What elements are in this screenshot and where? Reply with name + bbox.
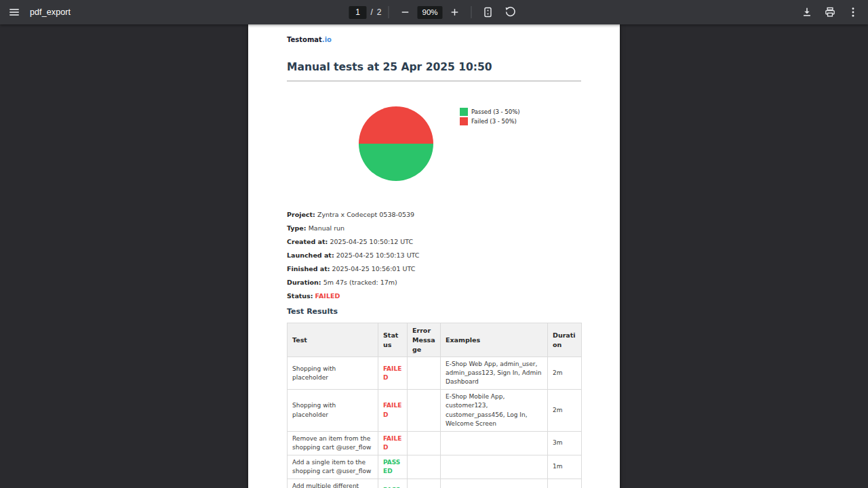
zoom-level-display[interactable]: 90% bbox=[418, 6, 443, 19]
detail-duration: Duration: 5m 47s (tracked: 17m) bbox=[287, 276, 581, 289]
detail-project: Project: Zyntra x Codecept 0538-0539 bbox=[287, 208, 581, 222]
pdf-viewer-toolbar: pdf_export / 2 90% bbox=[0, 0, 868, 24]
page-number-input[interactable] bbox=[349, 6, 366, 19]
pdf-content: Testomat.io Manual tests at 25 Apr 2025 … bbox=[248, 24, 620, 488]
menu-icon bbox=[8, 6, 20, 18]
header-duration: Duration bbox=[548, 323, 582, 357]
cell-examples bbox=[441, 455, 548, 479]
cell-duration: 1m bbox=[548, 455, 582, 479]
cell-test: Add a single item to the shopping cart @… bbox=[288, 455, 378, 479]
legend-label: Passed (3 - 50%) bbox=[471, 108, 520, 115]
table-row: Shopping with placeholder FAILED E-Shop … bbox=[288, 357, 582, 390]
page-divider: / bbox=[370, 7, 372, 17]
rotate-button[interactable] bbox=[500, 3, 519, 22]
cell-examples bbox=[441, 431, 548, 455]
zoom-out-icon bbox=[400, 7, 411, 18]
cell-error bbox=[408, 357, 441, 390]
zoom-in-button[interactable] bbox=[446, 3, 465, 22]
test-results-table: Test Status Error Message Examples Durat… bbox=[287, 323, 582, 488]
header-examples: Examples bbox=[441, 323, 548, 357]
detail-type: Type: Manual run bbox=[287, 222, 581, 235]
viewer-canvas[interactable]: Testomat.io Manual tests at 25 Apr 2025 … bbox=[0, 24, 868, 488]
cell-test: Shopping with placeholder bbox=[288, 357, 378, 390]
page-total: 2 bbox=[377, 7, 382, 17]
detail-created-at: Created at: 2025-04-25 10:50:12 UTC bbox=[287, 235, 581, 249]
legend-item-passed: Passed (3 - 50%) bbox=[460, 107, 520, 117]
print-button[interactable] bbox=[821, 3, 840, 22]
fit-page-button[interactable] bbox=[479, 3, 498, 22]
legend-label: Failed (3 - 50%) bbox=[471, 118, 517, 125]
legend-item-failed: Failed (3 - 50%) bbox=[460, 117, 520, 126]
table-row: Add a single item to the shopping cart @… bbox=[288, 455, 582, 479]
status-value: FAILED bbox=[315, 292, 340, 300]
logo-suffix: .io bbox=[322, 36, 332, 43]
cell-examples: E-Shop Mobile App, customer123, customer… bbox=[441, 390, 548, 431]
section-title: Test Results bbox=[287, 307, 581, 317]
detail-launched-at: Launched at: 2025-04-25 10:50:13 UTC bbox=[287, 249, 581, 262]
results-chart-area: Passed (3 - 50%) Failed (3 - 50%) bbox=[287, 81, 581, 208]
download-button[interactable] bbox=[797, 3, 816, 22]
cell-status: FAILED bbox=[378, 357, 408, 390]
detail-finished-at: Finished at: 2025-04-25 10:56:01 UTC bbox=[287, 262, 581, 276]
cell-error bbox=[408, 479, 441, 488]
rotate-ccw-icon bbox=[504, 6, 516, 18]
menu-button[interactable] bbox=[5, 3, 24, 22]
report-title: Manual tests at 25 Apr 2025 10:50 bbox=[287, 60, 581, 74]
document-title: pdf_export bbox=[30, 0, 71, 24]
testomat-logo: Testomat.io bbox=[287, 35, 581, 45]
zoom-in-icon bbox=[450, 7, 460, 18]
table-row: Remove an item from the shopping cart @u… bbox=[288, 431, 582, 455]
zoom-out-button[interactable] bbox=[396, 3, 415, 22]
pdf-page: Testomat.io Manual tests at 25 Apr 2025 … bbox=[248, 24, 620, 488]
toolbar-right-controls bbox=[797, 3, 863, 22]
cell-test: Shopping with placeholder bbox=[288, 390, 378, 431]
legend-swatch bbox=[460, 108, 468, 116]
header-error-message: Error Message bbox=[408, 323, 441, 357]
cell-duration: 3m bbox=[548, 431, 582, 455]
detail-status: Status: FAILED bbox=[287, 289, 581, 303]
logo-text: Testomat bbox=[287, 36, 322, 43]
cell-test: Add multiple different items to the shop… bbox=[288, 479, 378, 488]
table-header-row: Test Status Error Message Examples Durat… bbox=[288, 323, 582, 357]
cell-duration: 2m bbox=[548, 390, 582, 431]
cell-status: FAILED bbox=[378, 431, 408, 455]
cell-status: PASSED bbox=[378, 455, 408, 479]
cell-examples: E-Shop Web App, admin_user, admin_pass12… bbox=[441, 357, 548, 390]
chart-legend: Passed (3 - 50%) Failed (3 - 50%) bbox=[460, 107, 520, 126]
toolbar-separator bbox=[389, 6, 389, 18]
cell-duration: 2m bbox=[548, 357, 582, 390]
toolbar-separator bbox=[471, 6, 472, 18]
toolbar-center-controls: / 2 90% bbox=[349, 0, 519, 24]
cell-status: PASSED bbox=[378, 479, 408, 488]
cell-error bbox=[408, 390, 441, 431]
table-row: Shopping with placeholder FAILED E-Shop … bbox=[288, 390, 582, 431]
more-vert-icon bbox=[847, 6, 859, 18]
header-test: Test bbox=[288, 323, 378, 357]
more-options-button[interactable] bbox=[844, 3, 863, 22]
header-status: Status bbox=[378, 323, 408, 357]
pie-chart bbox=[359, 106, 433, 181]
fit-page-icon bbox=[482, 6, 494, 18]
cell-status: FAILED bbox=[378, 390, 408, 431]
cell-duration: 5m bbox=[548, 479, 582, 488]
cell-test: Remove an item from the shopping cart @u… bbox=[288, 431, 378, 455]
print-icon bbox=[824, 6, 836, 18]
table-row: Add multiple different items to the shop… bbox=[288, 479, 582, 488]
cell-examples bbox=[441, 479, 548, 488]
cell-error bbox=[408, 455, 441, 479]
download-icon bbox=[801, 6, 813, 18]
cell-error bbox=[408, 431, 441, 455]
legend-swatch bbox=[460, 117, 468, 125]
